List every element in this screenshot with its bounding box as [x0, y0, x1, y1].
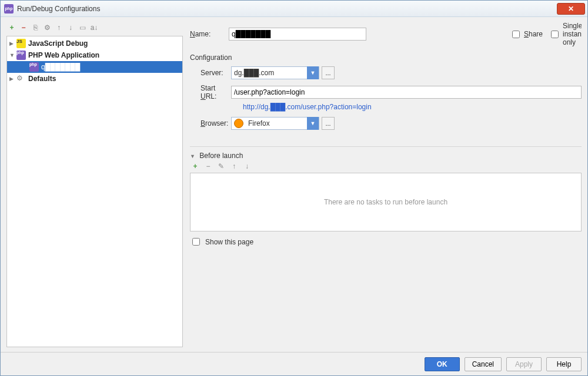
- collapse-icon: ▼: [9, 52, 16, 58]
- single-instance-wrap[interactable]: Single instance only: [549, 22, 582, 46]
- bl-remove-button[interactable]: −: [204, 162, 212, 170]
- show-this-page-checkbox[interactable]: [192, 238, 200, 246]
- cancel-button[interactable]: Cancel: [465, 357, 502, 371]
- config-form: Name: Share Single instance only Configu…: [190, 22, 582, 347]
- tree-item-js-debug[interactable]: ▶ JS JavaScript Debug: [7, 38, 182, 49]
- bl-down-button[interactable]: ↓: [243, 162, 251, 170]
- server-label: Server:: [190, 69, 231, 77]
- single-instance-label: Single instance only: [563, 22, 582, 46]
- php-web-icon: php: [16, 51, 26, 60]
- help-button[interactable]: Help: [546, 357, 582, 371]
- close-button[interactable]: ✕: [557, 3, 585, 15]
- firefox-icon: [234, 119, 243, 128]
- chevron-down-icon: ▼: [307, 117, 319, 130]
- chevron-down-icon: ▼: [307, 66, 319, 79]
- tree-item-defaults[interactable]: ▶ ⚙ Defaults: [7, 73, 182, 85]
- run-debug-config-dialog: php Run/Debug Configurations ✕ + − ⎘ ⚙ ↑…: [0, 0, 588, 376]
- sort-alpha-button[interactable]: a↓: [90, 24, 98, 32]
- copy-config-button[interactable]: ⎘: [31, 24, 39, 32]
- collapse-icon: ▼: [190, 153, 195, 159]
- share-checkbox-wrap[interactable]: Share: [510, 29, 543, 40]
- configuration-section-label: Configuration: [190, 53, 582, 62]
- config-tree-pane: + − ⎘ ⚙ ↑ ↓ ▭ a↓ ▶ JS JavaScript Debug: [6, 22, 183, 347]
- bl-edit-button[interactable]: ✎: [217, 162, 225, 170]
- config-tree[interactable]: ▶ JS JavaScript Debug ▼ php PHP Web Appl…: [6, 36, 183, 347]
- url-preview: http://dg.███.com/user.php?action=login: [190, 103, 582, 111]
- server-browse-button[interactable]: ...: [322, 66, 335, 79]
- share-label: Share: [524, 30, 543, 38]
- show-this-page-wrap[interactable]: Show this page: [190, 236, 582, 247]
- dialog-footer: OK Cancel Apply Help: [1, 352, 587, 375]
- remove-config-button[interactable]: −: [19, 24, 28, 32]
- single-instance-checkbox[interactable]: [551, 31, 559, 38]
- bl-add-button[interactable]: +: [191, 162, 199, 170]
- name-label: Name:: [190, 30, 223, 38]
- no-tasks-label: There are no tasks to run before launch: [324, 198, 447, 206]
- browser-browse-button[interactable]: ...: [322, 117, 335, 130]
- server-combo[interactable]: dg.███.com ▼: [231, 66, 319, 79]
- expand-icon: ▶: [9, 41, 16, 46]
- before-launch-list[interactable]: There are no tasks to run before launch: [190, 173, 582, 231]
- close-icon: ✕: [568, 5, 574, 13]
- browser-combo[interactable]: Firefox ▼: [231, 117, 319, 130]
- move-up-button[interactable]: ↑: [55, 24, 63, 32]
- move-down-button[interactable]: ↓: [66, 24, 75, 32]
- folder-button[interactable]: ▭: [78, 24, 86, 32]
- tree-item-php-web-app[interactable]: ▼ php PHP Web Application: [7, 49, 182, 61]
- add-config-button[interactable]: +: [8, 24, 16, 32]
- bl-up-button[interactable]: ↑: [230, 162, 238, 170]
- window-title: Run/Debug Configurations: [17, 5, 100, 13]
- browser-label: Browser:: [190, 119, 231, 127]
- ok-button[interactable]: OK: [425, 357, 460, 371]
- start-url-input[interactable]: [231, 86, 582, 99]
- share-checkbox[interactable]: [512, 31, 520, 38]
- js-debug-icon: JS: [16, 39, 26, 48]
- tree-toolbar: + − ⎘ ⚙ ↑ ↓ ▭ a↓: [6, 22, 183, 33]
- name-input[interactable]: [229, 28, 366, 41]
- show-this-page-label: Show this page: [205, 238, 253, 246]
- before-launch-toolbar: + − ✎ ↑ ↓: [190, 162, 582, 170]
- expand-icon: ▶: [9, 76, 16, 82]
- dialog-content: + − ⎘ ⚙ ↑ ↓ ▭ a↓ ▶ JS JavaScript Debug: [1, 17, 587, 352]
- start-url-label: Start URL:: [190, 84, 231, 100]
- php-config-icon: php: [29, 62, 39, 72]
- defaults-icon: ⚙: [16, 74, 26, 83]
- before-launch-header[interactable]: ▼ Before launch: [190, 152, 582, 160]
- tree-item-selected-config[interactable]: php q███████: [7, 61, 182, 73]
- edit-defaults-button[interactable]: ⚙: [43, 24, 51, 32]
- app-icon: php: [4, 4, 14, 14]
- titlebar[interactable]: php Run/Debug Configurations ✕: [1, 1, 587, 17]
- apply-button[interactable]: Apply: [506, 357, 542, 371]
